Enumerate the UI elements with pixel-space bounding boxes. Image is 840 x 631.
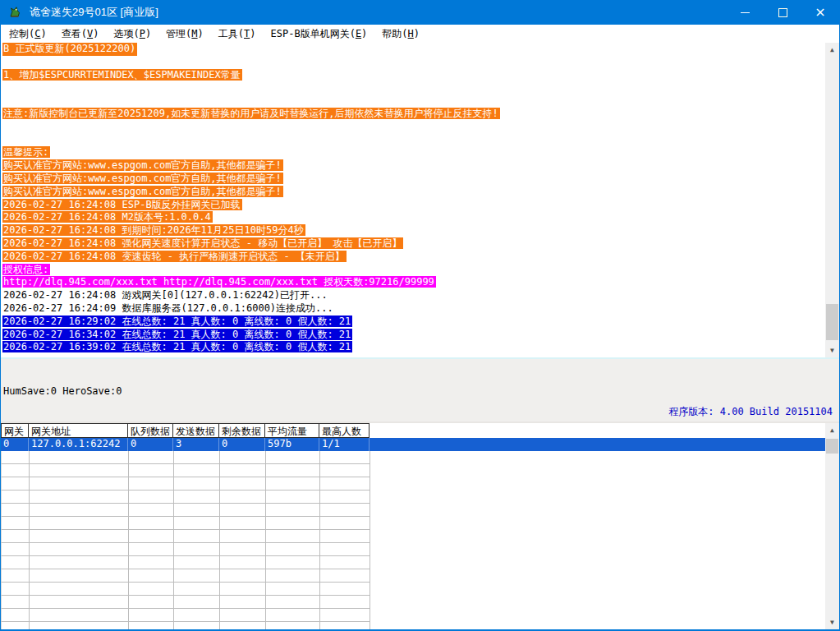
cell-gateway: 0 [1,438,29,451]
table-header-sent[interactable]: 发送数据 [173,423,219,438]
log-line [2,81,824,94]
table-body: 0 127.0.0.1:62242 0 3 0 597b 1/1 [1,438,839,631]
minimize-icon [741,12,750,13]
window-title: 诡舍迷失29号01区 [商业版] [30,5,158,20]
menu-bar: 控制(C) 查看(V) 选项(P) 管理(M) 工具(T) ESP-B版单机网关… [1,25,839,43]
table-empty-row [1,569,370,583]
cell-queue: 0 [128,438,173,451]
cell-address: 127.0.0.1:62242 [29,438,128,451]
menu-item-help[interactable]: 帮助(H) [374,25,427,44]
log-line: 2026-02-27 16:24:08 M2版本号:1.0.0.4 [2,211,824,224]
program-version: 程序版本: 4.00 Build 20151104 [668,405,833,419]
close-button[interactable]: × [801,0,839,25]
log-line [2,121,824,134]
log-line: 2026-02-27 16:24:08 ESP-B版反外挂网关已加载 [2,199,824,212]
table-empty-row [1,596,370,609]
log-line: 授权信息: [2,264,824,277]
table-scrollbar-thumb[interactable] [826,439,838,454]
app-window: 诡舍迷失29号01区 [商业版] × 控制(C) 查看(V) 选项(P) 管理(… [0,0,840,631]
gateway-table: 网关 网关地址 队列数据 发送数据 剩余数据 平均流量 最高人数 0 127.0… [1,421,839,629]
table-empty-row [1,530,370,543]
log-line [2,56,824,69]
log-line: 购买认准官方网站:www.espgom.com官方自助,其他都是骗子! [2,186,824,199]
log-scrollbar[interactable]: ▲ ▼ [825,43,839,357]
app-icon [8,6,21,19]
table-header-queue[interactable]: 队列数据 [128,423,173,438]
log-line: http://dlq.945.com/xxx.txt http://dlq.94… [2,276,824,289]
maximize-button[interactable] [764,0,801,25]
log-line: 2026-02-27 16:24:08 到期时间:2026年11月25日10时5… [2,224,824,237]
log-line: 购买认准官方网站:www.espgom.com官方自助,其他都是骗子! [2,173,824,186]
menu-item-tools[interactable]: 工具(T) [211,25,264,44]
table-header-row: 网关 网关地址 队列数据 发送数据 剩余数据 平均流量 最高人数 [1,423,839,438]
table-empty-row [1,583,370,596]
table-empty-row [1,517,370,530]
scroll-up-icon[interactable]: ▲ [825,43,839,57]
table-empty-row [1,556,370,569]
menu-item-espb-gateway[interactable]: ESP-B版单机网关(E) [264,25,375,44]
menu-item-control[interactable]: 控制(C) [2,25,54,44]
log-line: 温馨提示: [2,146,824,159]
log-line: 2026-02-27 16:34:02 在线总数: 21 真人数: 0 离线数:… [2,329,824,342]
table-empty-row [1,491,370,504]
menu-item-view[interactable]: 查看(V) [54,25,107,44]
log-scrollbar-thumb[interactable] [826,304,838,340]
log-line: 2026-02-27 16:29:02 在线总数: 21 真人数: 0 离线数:… [2,316,824,329]
log-line: 1、增加$ESPCURRTEMINDEX、$ESPMAKEINDEX常量 [2,69,824,82]
menu-item-manage[interactable]: 管理(M) [158,25,211,44]
cell-max-players: 1/1 [319,438,370,451]
log-line [2,94,824,108]
table-header-address[interactable]: 网关地址 [29,423,128,438]
menu-item-options[interactable]: 选项(P) [106,25,158,44]
log-lines: B 正式版更新(2025122200) 1、增加$ESPCURRTEMINDEX… [2,43,824,354]
table-scrollbar[interactable]: ▲ ▼ [825,423,839,629]
scroll-down-icon[interactable]: ▼ [825,343,839,357]
cell-avg-traffic: 597b [265,438,319,451]
log-line: 2026-02-27 16:24:09 数据库服务器(127.0.0.1:600… [2,302,824,316]
title-bar[interactable]: 诡舍迷失29号01区 [商业版] × [1,0,839,25]
log-line: 2026-02-27 16:24:08 强化网关速度计算开启状态 - 移动【已开… [2,237,824,251]
table-empty-row [1,609,370,622]
log-line [2,134,824,147]
table-header-avg-traffic[interactable]: 平均流量 [265,423,319,438]
minimize-button[interactable] [726,0,764,25]
status-line-save: HumSave:0 HeroSave:0 [3,385,301,398]
maximize-icon [778,8,787,17]
cell-sent: 3 [173,438,219,451]
log-line: B 正式版更新(2025122200) [2,43,824,56]
table-empty-row [1,464,370,477]
table-empty-row [1,477,370,491]
log-area: B 正式版更新(2025122200) 1、增加$ESPCURRTEMINDEX… [1,43,839,357]
log-line: 2026-02-27 16:24:08 变速齿轮 - 执行严格测速开启状态 - … [2,251,824,264]
log-line: 2026-02-27 16:39:02 在线总数: 21 真人数: 0 离线数:… [2,341,824,354]
scroll-down-icon[interactable]: ▼ [825,615,839,629]
table-empty-row [1,622,370,631]
log-line: 2026-02-27 16:24:08 游戏网关[0](127.0.0.1:62… [2,289,824,302]
table-header-gateway[interactable]: 网关 [1,423,29,438]
table-empty-row [1,504,370,517]
status-panel: HumSave:0 HeroSave:0 Run17/16 Soc0/0 Usr… [1,357,839,421]
table-header-max-players[interactable]: 最高人数 [319,423,370,438]
table-empty-row [1,543,370,556]
close-icon: × [815,6,825,19]
cell-remaining: 0 [219,438,265,451]
table-empty-row [1,451,370,464]
log-line: 注意:新版控制台已更新至20251209,如未更新替换的用户请及时替换运行,后期… [2,108,824,121]
scroll-up-icon[interactable]: ▲ [825,423,839,437]
gateway-row[interactable]: 0 127.0.0.1:62242 0 3 0 597b 1/1 [1,438,839,451]
table-header-remaining[interactable]: 剩余数据 [219,423,265,438]
log-line: 购买认准官方网站:www.espgom.com官方自助,其他都是骗子! [2,159,824,173]
